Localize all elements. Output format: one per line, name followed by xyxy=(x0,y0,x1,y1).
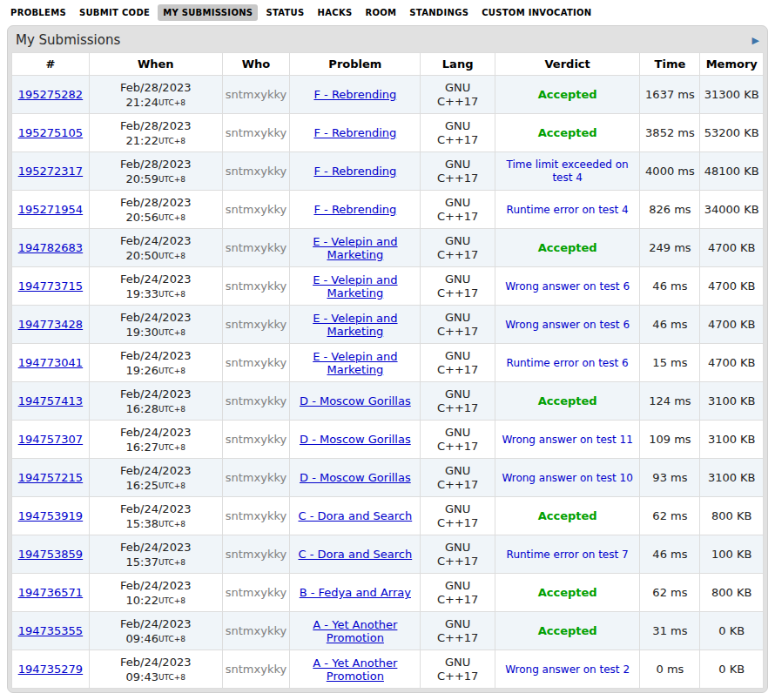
problem-link[interactable]: D - Moscow Gorillas xyxy=(300,433,411,446)
table-row: 194773715 Feb/24/2023 19:33UTC+8 sntmxyk… xyxy=(12,267,764,306)
problem-link[interactable]: E - Velepin and Marketing xyxy=(313,273,397,300)
submission-verdict-cell: Time limit exceeded on test 4 xyxy=(495,152,640,191)
submission-time: 21:24 xyxy=(125,96,158,109)
submission-time: 20:50 xyxy=(125,249,158,262)
submission-id-link[interactable]: 195275105 xyxy=(18,126,83,139)
problem-link[interactable]: E - Velepin and Marketing xyxy=(313,312,397,338)
submission-who-cell: sntmxykky xyxy=(222,421,290,459)
submission-id-link[interactable]: 194773428 xyxy=(18,318,83,331)
submission-lang-cell: GNU C++17 xyxy=(421,76,495,114)
problem-link[interactable]: A - Yet Another Promotion xyxy=(313,656,397,683)
submission-time: 16:28 xyxy=(125,402,158,415)
user-link[interactable]: sntmxykky xyxy=(226,318,286,331)
nav-item-my-submissions[interactable]: MY SUBMISSIONS xyxy=(158,4,258,21)
submission-id-link[interactable]: 194757215 xyxy=(18,471,83,484)
column-header-time: Time xyxy=(640,53,700,76)
problem-link[interactable]: D - Moscow Gorillas xyxy=(300,471,411,484)
problem-link[interactable]: E - Velepin and Marketing xyxy=(313,235,397,261)
user-link[interactable]: sntmxykky xyxy=(226,88,286,101)
nav-item-room[interactable]: ROOM xyxy=(360,4,401,21)
submission-id-link[interactable]: 194757413 xyxy=(18,394,83,407)
submission-problem-cell: F - Rebrending xyxy=(290,191,421,229)
my-submissions-panel: My Submissions ▶ #WhenWhoProblemLangVerd… xyxy=(7,25,768,693)
problem-link[interactable]: E - Velepin and Marketing xyxy=(313,350,397,376)
submission-when-cell: Feb/24/2023 19:26UTC+8 xyxy=(89,344,222,382)
problem-link[interactable]: F - Rebrending xyxy=(313,165,396,178)
nav-item-custom-invocation[interactable]: CUSTOM INVOCATION xyxy=(476,4,596,21)
nav-item-status[interactable]: STATUS xyxy=(260,4,309,21)
user-link[interactable]: sntmxykky xyxy=(226,548,286,561)
submission-id-link[interactable]: 194753859 xyxy=(18,548,83,561)
user-link[interactable]: sntmxykky xyxy=(226,241,286,254)
submission-problem-cell: E - Velepin and Marketing xyxy=(290,344,421,382)
submissions-tbody: 195275282 Feb/28/2023 21:24UTC+8 sntmxyk… xyxy=(12,76,764,689)
nav-item-hacks[interactable]: HACKS xyxy=(313,4,358,21)
submission-time: 20:56 xyxy=(125,211,158,224)
submission-id-link[interactable]: 194782683 xyxy=(18,241,83,254)
submission-exec-time-cell: 124 ms xyxy=(640,382,700,421)
column-header-problem: Problem xyxy=(290,53,421,76)
user-link[interactable]: sntmxykky xyxy=(226,586,286,599)
user-link[interactable]: sntmxykky xyxy=(226,203,286,216)
submission-id-link[interactable]: 195275282 xyxy=(18,88,83,101)
problem-link[interactable]: A - Yet Another Promotion xyxy=(313,618,397,644)
submission-id-link[interactable]: 194757307 xyxy=(18,433,83,446)
submission-when-cell: Feb/24/2023 16:28UTC+8 xyxy=(89,382,222,421)
submission-when-cell: Feb/28/2023 21:24UTC+8 xyxy=(89,76,222,114)
submission-id-link[interactable]: 195272317 xyxy=(18,165,83,178)
submission-date: Feb/24/2023 xyxy=(92,233,219,248)
user-link[interactable]: sntmxykky xyxy=(226,279,286,293)
user-link[interactable]: sntmxykky xyxy=(226,624,286,637)
submission-problem-cell: D - Moscow Gorillas xyxy=(290,459,421,497)
submission-id-link[interactable]: 194736571 xyxy=(18,586,83,599)
submission-id-link[interactable]: 195271954 xyxy=(18,203,83,216)
submission-exec-time-cell: 46 ms xyxy=(640,306,700,344)
submission-time: 21:22 xyxy=(125,134,158,147)
submission-memory-cell: 4700 KB xyxy=(700,229,764,267)
submission-date: Feb/24/2023 xyxy=(92,272,219,286)
user-link[interactable]: sntmxykky xyxy=(226,509,286,522)
submission-when-cell: Feb/24/2023 16:25UTC+8 xyxy=(89,459,222,497)
submission-lang-cell: GNU C++17 xyxy=(421,344,495,382)
problem-link[interactable]: B - Fedya and Array xyxy=(300,586,411,599)
user-link[interactable]: sntmxykky xyxy=(226,394,286,407)
nav-item-problems[interactable]: PROBLEMS xyxy=(5,4,71,21)
submission-time: 15:38 xyxy=(125,517,158,530)
submission-id-link[interactable]: 194773715 xyxy=(18,279,83,293)
user-link[interactable]: sntmxykky xyxy=(226,663,286,676)
submission-problem-cell: A - Yet Another Promotion xyxy=(290,612,421,650)
submission-memory-cell: 3100 KB xyxy=(700,421,764,459)
table-row: 194753919 Feb/24/2023 15:38UTC+8 sntmxyk… xyxy=(12,497,764,535)
user-link[interactable]: sntmxykky xyxy=(226,433,286,446)
verdict-text: Wrong answer on test 10 xyxy=(502,472,632,485)
timezone-label: UTC+8 xyxy=(158,98,185,107)
problem-link[interactable]: F - Rebrending xyxy=(313,126,396,139)
submission-lang-cell: GNU C++17 xyxy=(421,191,495,229)
expand-arrow-icon[interactable]: ▶ xyxy=(752,36,759,45)
verdict-text: Runtime error on test 6 xyxy=(507,357,629,370)
submission-time: 19:30 xyxy=(125,326,158,339)
submission-exec-time-cell: 3852 ms xyxy=(640,114,700,152)
problem-link[interactable]: D - Moscow Gorillas xyxy=(300,394,411,407)
submission-verdict-cell: Accepted xyxy=(495,114,640,152)
nav-item-standings[interactable]: STANDINGS xyxy=(404,4,474,21)
problem-link[interactable]: C - Dora and Search xyxy=(299,509,413,522)
user-link[interactable]: sntmxykky xyxy=(226,356,286,369)
timezone-label: UTC+8 xyxy=(158,137,185,145)
user-link[interactable]: sntmxykky xyxy=(226,471,286,484)
submission-id-link[interactable]: 194753919 xyxy=(18,509,83,522)
problem-link[interactable]: C - Dora and Search xyxy=(299,548,413,561)
user-link[interactable]: sntmxykky xyxy=(226,165,286,178)
submission-id-link[interactable]: 194773041 xyxy=(18,356,83,369)
problem-link[interactable]: F - Rebrending xyxy=(313,88,396,101)
submission-memory-cell: 100 KB xyxy=(700,535,764,574)
nav-item-submit-code[interactable]: SUBMIT CODE xyxy=(74,4,155,21)
column-header-who: Who xyxy=(222,53,290,76)
submission-memory-cell: 4700 KB xyxy=(700,267,764,306)
problem-link[interactable]: F - Rebrending xyxy=(313,203,396,216)
timezone-label: UTC+8 xyxy=(158,290,185,299)
submission-id-link[interactable]: 194735279 xyxy=(18,663,83,676)
submission-id-link[interactable]: 194735355 xyxy=(18,624,83,637)
submission-id-cell: 195275282 xyxy=(12,76,90,114)
user-link[interactable]: sntmxykky xyxy=(226,126,286,139)
